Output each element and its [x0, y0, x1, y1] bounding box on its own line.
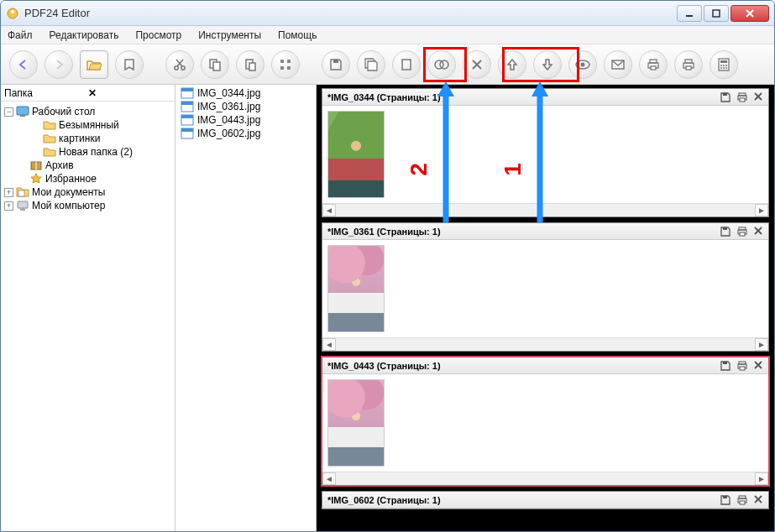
doc-print-icon[interactable] — [736, 91, 748, 103]
titlebar: PDF24 Editor — [1, 1, 774, 26]
doc-save-icon[interactable] — [720, 494, 731, 506]
menu-tools[interactable]: Инструменты — [198, 29, 261, 41]
move-up-button[interactable] — [498, 50, 526, 79]
tree-node-computer[interactable]: + Мой компьютер — [4, 199, 175, 212]
page-thumbnail[interactable] — [327, 379, 385, 467]
document-item[interactable]: *IMG_0361 (Страницы: 1) ◄► — [322, 222, 769, 352]
horizontal-scrollbar[interactable]: ◄► — [322, 203, 768, 216]
file-name: IMG_0443.jpg — [197, 114, 260, 126]
file-item[interactable]: IMG_0443.jpg — [175, 113, 316, 127]
tree-node-folder[interactable]: картинки — [4, 132, 175, 145]
doc-close-icon[interactable] — [753, 226, 763, 237]
image-file-icon — [181, 87, 194, 99]
email-button[interactable] — [604, 50, 632, 79]
print-button[interactable] — [639, 50, 668, 79]
svg-point-36 — [723, 65, 725, 66]
desktop-icon — [16, 106, 29, 117]
doc-close-icon[interactable] — [753, 494, 763, 506]
save-button[interactable] — [322, 50, 350, 79]
grid-button[interactable] — [271, 50, 300, 79]
tree-node-folder[interactable]: Безымянный — [4, 118, 175, 132]
svg-rect-18 — [333, 60, 338, 63]
file-list-panel: IMG_0344.jpg IMG_0361.jpg IMG_0443.jpg I… — [175, 85, 317, 531]
svg-point-25 — [581, 62, 585, 66]
expand-icon[interactable]: + — [4, 201, 13, 211]
page-thumbnail[interactable] — [327, 245, 385, 332]
svg-rect-19 — [402, 60, 411, 70]
menu-edit[interactable]: Редактировать — [50, 29, 119, 41]
doc-save-icon[interactable] — [720, 360, 731, 372]
app-icon — [6, 7, 19, 20]
menu-view[interactable]: Просмотр — [135, 29, 181, 41]
svg-line-9 — [176, 60, 182, 66]
new-button[interactable] — [392, 50, 421, 79]
collapse-icon[interactable]: − — [4, 107, 13, 117]
document-title: *IMG_0602 (Страницы: 1) — [327, 495, 715, 505]
doc-save-icon[interactable] — [720, 226, 731, 237]
folder-tree-panel: Папка ✕ − Рабочий стол Безымянный карт — [1, 85, 175, 531]
menu-file[interactable]: Файл — [8, 29, 33, 41]
tree-node-archive[interactable]: Архив — [4, 159, 175, 172]
tree-label: Архив — [45, 159, 74, 171]
copy-button[interactable] — [201, 50, 229, 79]
doc-print-icon[interactable] — [736, 360, 748, 372]
file-item[interactable]: IMG_0361.jpg — [175, 100, 316, 113]
tree-node-documents[interactable]: + Мои документы — [4, 185, 175, 199]
tree-node-favorites[interactable]: Избранное — [4, 172, 175, 185]
toolbar — [1, 44, 774, 85]
back-button[interactable] — [9, 50, 38, 79]
tree-node-desktop[interactable]: − Рабочий стол — [4, 105, 175, 118]
expand-icon[interactable]: + — [4, 188, 13, 197]
doc-save-icon[interactable] — [720, 91, 731, 103]
horizontal-scrollbar[interactable]: ◄► — [322, 472, 768, 485]
window-title: PDF24 Editor — [24, 7, 677, 19]
document-item[interactable]: *IMG_0602 (Страницы: 1) — [322, 491, 769, 509]
preview-button[interactable] — [568, 50, 597, 79]
tree-label: Мой компьютер — [32, 200, 105, 211]
document-item[interactable]: *IMG_0344 (Страницы: 1) ◄► — [322, 88, 769, 217]
menu-help[interactable]: Помощь — [278, 29, 317, 41]
print2-button[interactable] — [674, 50, 703, 79]
svg-point-38 — [720, 67, 722, 69]
open-button[interactable] — [80, 50, 108, 79]
svg-rect-62 — [723, 227, 727, 230]
paste-button[interactable] — [236, 50, 264, 79]
merge-button[interactable] — [427, 50, 456, 79]
minimize-button[interactable] — [677, 5, 702, 22]
close-button[interactable] — [730, 5, 769, 22]
horizontal-scrollbar[interactable]: ◄► — [322, 337, 768, 351]
file-item[interactable]: IMG_0602.jpg — [175, 127, 316, 140]
bookmark-button[interactable] — [115, 50, 144, 79]
svg-rect-13 — [249, 63, 255, 70]
move-down-button[interactable] — [533, 50, 562, 79]
tree-label: Избранное — [45, 173, 97, 185]
svg-rect-46 — [18, 201, 28, 208]
image-file-icon — [181, 128, 194, 139]
tree-node-folder[interactable]: Новая папка (2) — [4, 145, 175, 159]
star-icon — [29, 173, 43, 185]
cut-button[interactable] — [165, 50, 194, 79]
folder-tree: − Рабочий стол Безымянный картинки — [1, 102, 175, 212]
calc-button[interactable] — [710, 50, 738, 79]
save-all-button[interactable] — [357, 50, 385, 79]
doc-close-icon[interactable] — [753, 360, 763, 372]
file-item[interactable]: IMG_0344.jpg — [175, 86, 316, 100]
file-name: IMG_0344.jpg — [197, 87, 260, 99]
tree-close-icon[interactable]: ✕ — [88, 87, 172, 99]
page-thumbnail[interactable] — [327, 111, 385, 198]
archive-icon — [29, 159, 43, 171]
tree-label: Мои документы — [32, 186, 105, 198]
doc-print-icon[interactable] — [736, 494, 748, 506]
document-item-selected[interactable]: *IMG_0443 (Страницы: 1) ◄► — [322, 357, 769, 486]
doc-print-icon[interactable] — [736, 226, 748, 237]
tree-label: Безымянный — [59, 119, 119, 131]
svg-rect-55 — [181, 128, 193, 132]
delete-button[interactable] — [463, 50, 491, 79]
svg-rect-53 — [181, 115, 193, 118]
window-controls — [677, 5, 769, 22]
doc-close-icon[interactable] — [753, 91, 763, 103]
forward-button[interactable] — [45, 50, 73, 79]
maximize-button[interactable] — [704, 5, 729, 22]
svg-rect-17 — [287, 66, 291, 70]
folder-icon — [43, 119, 56, 131]
